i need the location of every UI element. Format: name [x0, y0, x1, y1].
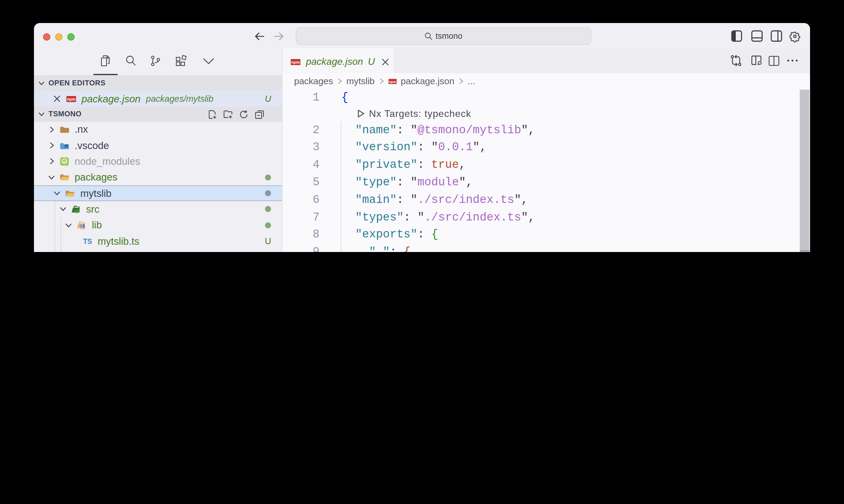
svg-text:npm: npm — [389, 80, 396, 84]
svg-text:TS: TS — [83, 237, 91, 245]
svg-text:JS: JS — [63, 160, 66, 163]
svg-text:npm: npm — [291, 60, 300, 65]
svg-text:npm: npm — [67, 96, 76, 101]
